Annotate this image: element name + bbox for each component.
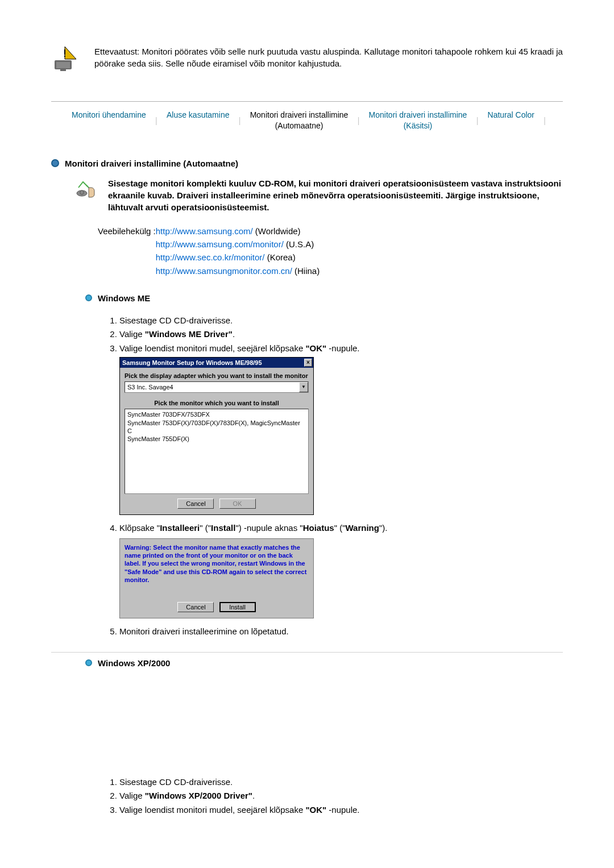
intro-row: Sisestage monitori komplekti kuuluv CD-R… xyxy=(76,177,563,213)
monitor-listbox[interactable]: SyncMaster 703DFX/753DFX SyncMaster 753D… xyxy=(125,409,309,494)
me-steps-cont: Klõpsake "Installeeri" ("Install") -nupu… xyxy=(106,522,563,535)
caution-text: Ettevaatust: Monitori pöörates võib sell… xyxy=(94,45,563,69)
tab-separator: | xyxy=(155,116,157,125)
adapter-select[interactable]: S3 Inc. Savage4 ▼ xyxy=(125,381,309,393)
cancel-button[interactable]: Cancel xyxy=(177,499,214,509)
sub-bullet-icon xyxy=(85,294,92,301)
tab-install-manual[interactable]: Monitori draiveri installimine (Käsitsi) xyxy=(366,110,471,131)
tab-separator: | xyxy=(544,116,546,125)
svg-rect-2 xyxy=(64,56,65,57)
svg-rect-1 xyxy=(64,49,65,55)
chevron-down-icon[interactable]: ▼ xyxy=(299,382,308,392)
tab-install-auto-line1: Monitori draiveri installimine xyxy=(250,110,349,119)
me-steps-end: Monitori draiveri installeerimine on lõp… xyxy=(106,625,563,638)
link-samsung-korea[interactable]: http://www.sec.co.kr/monitor/ xyxy=(156,252,265,262)
links-block: Veebilehekülg :http://www.samsung.com/ (… xyxy=(98,225,563,277)
xp-steps: Sisestage CD CD-draiverisse. Valige "Win… xyxy=(106,776,563,817)
tab-natural-color[interactable]: Natural Color xyxy=(484,110,538,131)
caution-block: Ettevaatust: Monitori pöörates võib sell… xyxy=(51,45,563,72)
section-title-row: Monitori draiveri installimine (Automaat… xyxy=(51,159,563,168)
xp-step-3: Valige loendist monitori mudel, seejärel… xyxy=(119,804,563,817)
tab-install-manual-line2: (Käsitsi) xyxy=(404,121,433,130)
me-step-3: Valige loendist monitori mudel, seejärel… xyxy=(119,342,563,355)
setup-dialog: Samsung Monitor Setup for Windows ME/98/… xyxy=(119,357,314,515)
svg-rect-7 xyxy=(80,190,84,194)
intro-text: Sisestage monitori komplekti kuuluv CD-R… xyxy=(108,177,563,213)
adapter-value: S3 Inc. Savage4 xyxy=(127,384,173,391)
links-label: Veebilehekülg : xyxy=(98,226,156,236)
caution-icon xyxy=(51,45,78,72)
divider xyxy=(51,652,563,653)
tab-separator: | xyxy=(476,116,479,125)
tab-install-auto-line2: (Automaatne) xyxy=(275,121,323,130)
dialog-titlebar: Samsung Monitor Setup for Windows ME/98/… xyxy=(120,358,313,368)
list-item[interactable]: SyncMaster 753DF(X)/703DF(X)/783DF(X), M… xyxy=(127,419,306,435)
warning-dialog: Warning: Select the monitor name that ex… xyxy=(119,538,314,618)
monitor-label: Pick the monitor which you want to insta… xyxy=(125,400,309,406)
svg-rect-4 xyxy=(56,62,70,68)
list-item[interactable]: SyncMaster 703DFX/753DFX xyxy=(127,410,306,418)
link-suffix: (Hiina) xyxy=(292,266,320,276)
bullet-icon xyxy=(51,159,59,167)
cancel-button[interactable]: Cancel xyxy=(177,602,214,612)
tab-separator: | xyxy=(358,116,360,125)
xp-step-2: Valige "Windows XP/2000 Driver". xyxy=(119,790,563,803)
me-step-4: Klõpsake "Installeeri" ("Install") -nupu… xyxy=(119,522,563,535)
me-step-2: Valige "Windows ME Driver". xyxy=(119,328,563,341)
tab-separator: | xyxy=(239,116,241,125)
adapter-label: Pick the display adapter which you want … xyxy=(125,372,309,379)
ok-button[interactable]: OK xyxy=(219,499,256,509)
link-suffix: (Korea) xyxy=(264,252,295,262)
install-button[interactable]: Install xyxy=(219,602,256,612)
sub-bullet-icon xyxy=(85,659,92,666)
link-suffix: (Worldwide) xyxy=(253,226,301,236)
subsection-xp-title: Windows XP/2000 xyxy=(98,658,170,668)
subsection-xp: Windows XP/2000 xyxy=(85,658,563,668)
hand-mouse-icon xyxy=(76,177,97,198)
link-suffix: (U.S.A) xyxy=(284,239,314,249)
svg-marker-0 xyxy=(65,47,76,59)
tab-install-manual-line1: Monitori draiveri installimine xyxy=(369,110,467,119)
warning-text: Warning: Select the monitor name that ex… xyxy=(125,543,309,584)
xp-step-1: Sisestage CD CD-draiverisse. xyxy=(119,776,563,789)
tab-connect[interactable]: Monitori ühendamine xyxy=(68,110,150,131)
me-step-5: Monitori draiveri installeerimine on lõp… xyxy=(119,625,563,638)
subsection-me-title: Windows ME xyxy=(98,293,150,303)
link-samsung-usa[interactable]: http://www.samsung.com/monitor/ xyxy=(156,239,284,249)
section-title: Monitori draiveri installimine (Automaat… xyxy=(65,159,238,168)
close-icon[interactable]: × xyxy=(304,359,312,367)
me-step-1: Sisestage CD CD-draiverisse. xyxy=(119,314,563,327)
list-item[interactable]: SyncMaster 755DF(X) xyxy=(127,435,306,443)
me-steps: Sisestage CD CD-draiverisse. Valige "Win… xyxy=(106,314,563,355)
divider xyxy=(51,101,563,102)
dialog-title-text: Samsung Monitor Setup for Windows ME/98/… xyxy=(122,359,262,366)
link-samsung-china[interactable]: http://www.samsungmonitor.com.cn/ xyxy=(156,266,292,276)
svg-rect-5 xyxy=(60,69,66,71)
subsection-me: Windows ME xyxy=(85,293,563,303)
tabs-row: Monitori ühendamine | Aluse kasutamine |… xyxy=(51,107,563,136)
tab-install-auto[interactable]: Monitori draiveri installimine (Automaat… xyxy=(247,110,352,131)
tab-stand[interactable]: Aluse kasutamine xyxy=(163,110,233,131)
link-samsung-worldwide[interactable]: http://www.samsung.com/ xyxy=(156,226,253,236)
